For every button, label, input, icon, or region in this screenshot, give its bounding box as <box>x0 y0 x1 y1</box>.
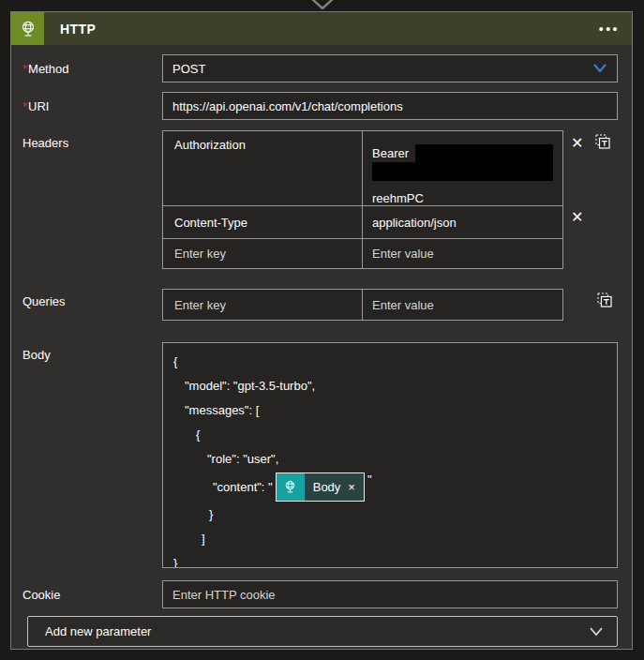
required-asterisk: * <box>22 99 27 113</box>
method-label: *Method <box>22 54 162 82</box>
code-line: "messages": [ <box>173 398 607 423</box>
body-label: Body <box>22 342 162 568</box>
headers-label: Headers <box>22 130 162 269</box>
code-line: { <box>173 423 607 447</box>
header-key-content-type[interactable]: Content-Type <box>163 206 363 238</box>
table-row: Enter key Enter value <box>163 290 562 320</box>
switch-to-text-mode-icon[interactable] <box>595 291 614 313</box>
chevron-down-icon <box>592 63 607 74</box>
add-new-parameter-label: Add new parameter <box>45 624 151 638</box>
chevron-down-icon <box>589 626 604 638</box>
code-line: ] <box>173 527 607 551</box>
code-line-with-token: "content": " <box>173 472 607 502</box>
http-token-icon <box>277 473 305 501</box>
action-body: *Method POST *URI https://api.openai.com… <box>11 45 632 647</box>
code-line: "role": "user", <box>173 447 607 472</box>
method-row: *Method POST <box>22 54 618 82</box>
content-prefix: "content": " <box>213 480 273 494</box>
header-key-input[interactable]: Enter key <box>163 239 363 268</box>
code-line: } <box>173 502 607 527</box>
redaction-block <box>372 162 553 181</box>
headers-table: Authorization Bearer reehmPC <box>162 130 563 269</box>
header-value-content-type[interactable]: application/json <box>363 206 562 238</box>
dynamic-content-token-body[interactable]: Body × <box>276 472 365 502</box>
switch-to-text-mode-icon[interactable] <box>593 132 612 155</box>
add-new-parameter-dropdown[interactable]: Add new parameter <box>27 616 618 647</box>
header-value-authorization[interactable]: Bearer reehmPC <box>363 131 562 205</box>
more-menu-icon[interactable]: ••• <box>599 22 620 36</box>
action-header[interactable]: HTTP ••• <box>11 12 632 45</box>
queries-label: Queries <box>22 289 162 321</box>
connector-arrow-icon <box>308 0 337 10</box>
table-row: Content-Type application/json <box>163 205 562 238</box>
body-editor[interactable]: { "model": "gpt-3.5-turbo", "messages": … <box>162 342 618 568</box>
method-dropdown[interactable]: POST <box>162 54 618 82</box>
body-row: Body { "model": "gpt-3.5-turbo", "messag… <box>22 342 618 568</box>
redaction-block <box>415 144 553 162</box>
table-row: Authorization Bearer reehmPC <box>163 131 562 205</box>
cookie-input[interactable]: Enter HTTP cookie <box>162 580 618 608</box>
token-label: Body <box>313 480 341 494</box>
content-suffix: " <box>367 472 372 488</box>
code-line: } <box>173 551 607 568</box>
uri-row: *URI https://api.openai.com/v1/chat/comp… <box>22 92 618 120</box>
uri-value: https://api.openai.com/v1/chat/completio… <box>172 99 403 113</box>
cookie-placeholder: Enter HTTP cookie <box>172 588 276 602</box>
uri-label: *URI <box>22 92 162 120</box>
header-value-input[interactable]: Enter value <box>363 239 562 268</box>
auth-value-prefix: Bearer <box>372 146 409 160</box>
action-title: HTTP <box>60 22 96 37</box>
table-row: Enter key Enter value <box>163 238 562 268</box>
auth-value-line3: reehmPC <box>372 191 553 206</box>
query-value-input[interactable]: Enter value <box>363 290 562 320</box>
cookie-row: Cookie Enter HTTP cookie <box>22 580 618 608</box>
headers-row: Headers Authorization Bearer <box>22 130 618 269</box>
code-line: "model": "gpt-3.5-turbo", <box>173 374 607 398</box>
header-key-authorization[interactable]: Authorization <box>163 131 363 205</box>
queries-table: Enter key Enter value <box>162 289 563 321</box>
delete-header-row-icon[interactable]: ✕ <box>570 208 584 227</box>
method-value: POST <box>172 62 205 76</box>
uri-input[interactable]: https://api.openai.com/v1/chat/completio… <box>162 92 618 120</box>
code-line: { <box>173 350 607 374</box>
delete-header-row-icon[interactable]: ✕ <box>570 134 584 153</box>
queries-row: Queries Enter key Enter value <box>22 289 618 321</box>
cookie-label: Cookie <box>22 580 162 608</box>
remove-token-icon[interactable]: × <box>348 481 355 493</box>
http-action-card: HTTP ••• *Method POST *URI https://api.o… <box>10 11 633 650</box>
required-asterisk: * <box>22 62 27 76</box>
query-key-input[interactable]: Enter key <box>163 290 363 320</box>
http-connector-icon <box>11 12 44 45</box>
